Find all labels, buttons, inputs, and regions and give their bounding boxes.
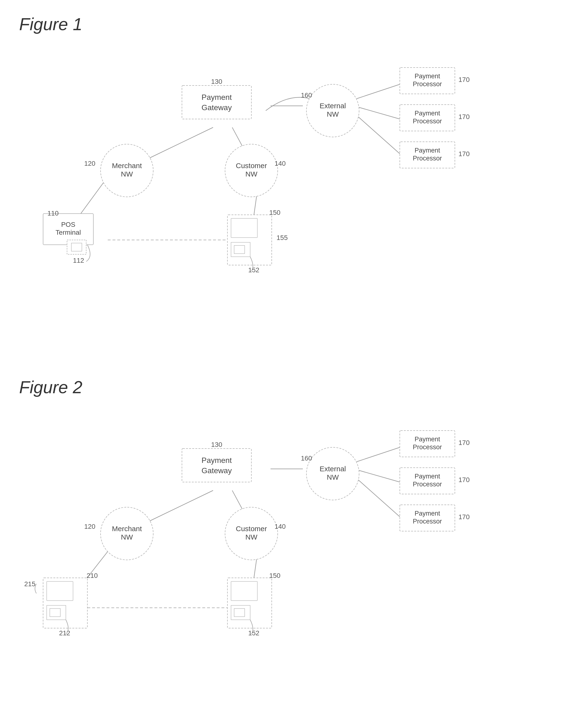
svg-text:170: 170 [458,76,470,83]
svg-text:170: 170 [458,476,470,483]
svg-text:Terminal: Terminal [56,229,81,236]
svg-text:210: 210 [87,572,98,579]
svg-text:150: 150 [269,209,281,216]
svg-rect-80 [234,609,245,617]
svg-text:170: 170 [458,150,470,158]
svg-text:Payment: Payment [415,147,440,154]
svg-line-5 [357,84,400,99]
svg-text:Processor: Processor [413,118,442,125]
svg-text:NW: NW [246,533,258,541]
svg-text:Payment: Payment [415,110,440,117]
svg-text:140: 140 [275,160,286,167]
svg-text:Merchant: Merchant [112,162,142,170]
svg-line-6 [358,107,400,119]
svg-rect-9 [182,85,251,119]
svg-text:155: 155 [277,234,288,242]
svg-text:Payment: Payment [202,93,232,102]
svg-text:NW: NW [246,170,258,178]
svg-text:Payment: Payment [415,73,440,80]
figure-2-title: Figure 2 [19,377,557,397]
svg-line-0 [148,128,213,159]
svg-rect-73 [47,582,73,600]
svg-text:110: 110 [48,209,59,217]
svg-rect-60 [182,449,251,482]
svg-text:External: External [320,102,346,110]
svg-rect-25 [71,243,82,251]
svg-text:NW: NW [121,170,133,178]
figure-1-title: Figure 1 [19,15,557,34]
svg-line-51 [148,491,213,522]
svg-text:Processor: Processor [413,155,442,162]
svg-text:Processor: Processor [413,444,442,451]
svg-text:112: 112 [73,257,84,264]
svg-rect-29 [234,246,245,254]
svg-text:160: 160 [301,91,312,99]
svg-line-7 [357,115,400,154]
svg-text:Processor: Processor [413,518,442,525]
svg-text:140: 140 [275,523,286,530]
svg-text:Merchant: Merchant [112,525,142,533]
svg-text:Payment: Payment [415,510,440,517]
svg-text:Processor: Processor [413,481,442,488]
svg-text:External: External [320,465,346,473]
svg-text:Customer: Customer [236,525,267,533]
svg-text:212: 212 [59,629,70,637]
svg-text:170: 170 [458,513,470,521]
svg-text:170: 170 [458,113,470,120]
svg-text:Payment: Payment [415,473,440,480]
svg-text:152: 152 [248,629,260,637]
svg-line-3 [79,180,105,216]
svg-text:Gateway: Gateway [202,466,232,475]
figure-2-diagram: Payment Gateway Merchant NW Customer NW … [19,412,546,718]
page: Figure 1 Payment Gate [0,0,576,728]
svg-text:215: 215 [24,580,35,588]
svg-text:152: 152 [248,266,260,274]
svg-line-56 [357,447,400,462]
svg-text:POS: POS [61,221,75,228]
svg-text:NW: NW [121,533,133,541]
svg-text:Payment: Payment [202,456,232,465]
svg-rect-78 [231,582,257,600]
figure-2-section: Figure 2 Payment Gateway [19,377,557,719]
svg-text:Payment: Payment [415,436,440,443]
svg-line-58 [357,478,400,517]
svg-text:170: 170 [458,439,470,446]
svg-text:150: 150 [269,572,281,579]
svg-text:130: 130 [211,78,222,85]
svg-line-57 [358,470,400,482]
svg-text:Processor: Processor [413,81,442,88]
svg-text:120: 120 [84,523,95,530]
svg-text:160: 160 [301,454,312,462]
figure-1-diagram: Payment Gateway Merchant NW Customer NW … [19,48,546,348]
svg-text:130: 130 [211,441,222,448]
svg-text:Customer: Customer [236,162,267,170]
figure-1-section: Figure 1 Payment Gate [19,15,557,349]
svg-text:120: 120 [84,160,95,167]
svg-text:NW: NW [327,110,339,118]
svg-rect-27 [231,218,257,237]
svg-text:NW: NW [327,473,339,481]
svg-text:Gateway: Gateway [202,103,232,112]
svg-rect-75 [50,609,60,617]
